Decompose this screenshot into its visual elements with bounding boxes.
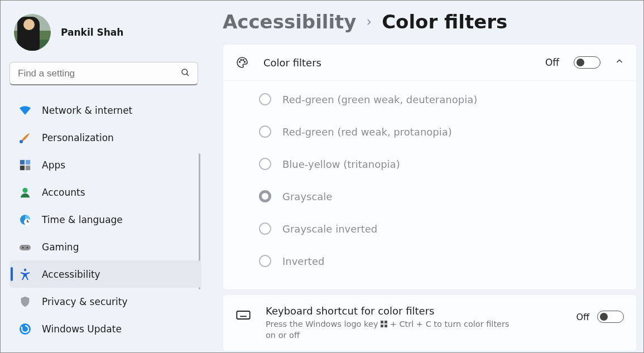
sidebar-item-personalization[interactable]: Personalization: [9, 124, 201, 151]
avatar: [14, 14, 51, 51]
chevron-up-icon[interactable]: [615, 57, 624, 68]
update-icon: [18, 322, 32, 336]
filter-option-label: Grayscale: [282, 191, 332, 202]
sidebar-item-apps[interactable]: Apps: [9, 151, 201, 178]
sidebar-item-gaming[interactable]: Gaming: [9, 233, 201, 260]
sidebar: Pankil Shah Network & internet Personali…: [1, 1, 207, 352]
sidebar-item-windows-update[interactable]: Windows Update: [9, 315, 201, 342]
shield-icon: [18, 295, 32, 308]
svg-rect-5: [20, 165, 25, 170]
filter-option-label: Grayscale inverted: [282, 223, 377, 235]
sidebar-label: Gaming: [42, 241, 79, 253]
svg-point-0: [182, 69, 188, 75]
palette-icon: [236, 56, 249, 69]
filter-option[interactable]: Grayscale: [253, 180, 636, 212]
sidebar-item-accounts[interactable]: Accounts: [9, 178, 201, 206]
shortcut-state: Off: [576, 312, 589, 322]
search-container: [9, 62, 198, 85]
breadcrumb: Accessibility › Color filters: [223, 11, 637, 33]
sidebar-item-accessibility[interactable]: Accessibility: [9, 260, 201, 288]
sidebar-label: Windows Update: [42, 323, 122, 335]
svg-rect-4: [26, 159, 30, 164]
color-filters-state: Off: [545, 57, 559, 68]
accessibility-icon: [18, 268, 32, 281]
color-filters-label: Color filters: [263, 57, 531, 69]
color-filters-toggle[interactable]: [574, 56, 600, 69]
svg-line-1: [186, 74, 189, 76]
filter-option[interactable]: Inverted: [253, 245, 636, 277]
user-name: Pankil Shah: [61, 27, 123, 38]
globe-clock-icon: [18, 213, 32, 226]
filter-option-label: Inverted: [282, 255, 324, 267]
person-icon: [18, 186, 32, 199]
radio-icon[interactable]: [259, 93, 271, 105]
gamepad-icon: [18, 240, 32, 254]
search-icon: [180, 67, 190, 80]
radio-icon[interactable]: [259, 158, 271, 170]
filter-option-label: Red-green (red weak, protanopia): [282, 126, 452, 138]
sidebar-label: Personalization: [42, 132, 114, 143]
chevron-right-icon: ›: [367, 14, 372, 30]
profile[interactable]: Pankil Shah: [9, 13, 201, 60]
radio-icon[interactable]: [259, 125, 271, 138]
svg-point-18: [244, 61, 246, 62]
svg-rect-6: [26, 165, 30, 170]
radio-icon[interactable]: [259, 190, 271, 202]
sidebar-item-privacy[interactable]: Privacy & security: [9, 288, 201, 315]
shortcut-panel: Keyboard shortcut for color filters Pres…: [223, 294, 637, 351]
filter-option[interactable]: Blue-yellow (tritanopia): [253, 148, 636, 180]
filter-option-label: Blue-yellow (tritanopia): [282, 158, 400, 170]
search-input[interactable]: [9, 62, 198, 85]
sidebar-label: Accounts: [42, 187, 85, 198]
sidebar-item-time-language[interactable]: Time & language: [9, 206, 201, 233]
svg-point-7: [22, 187, 27, 192]
svg-rect-19: [237, 311, 249, 319]
sidebar-label: Time & language: [42, 214, 123, 225]
svg-rect-3: [20, 159, 25, 164]
svg-point-15: [239, 61, 241, 62]
sidebar-label: Network & internet: [42, 105, 132, 116]
apps-icon: [18, 158, 32, 172]
breadcrumb-parent[interactable]: Accessibility: [223, 11, 357, 33]
filter-option[interactable]: Red-green (green weak, deuteranopia): [253, 83, 636, 115]
color-filters-panel: Color filters Off Red-green (green weak,…: [223, 44, 637, 290]
nav: Network & internet Personalization Apps …: [9, 96, 201, 342]
svg-point-2: [20, 140, 23, 143]
svg-point-13: [24, 268, 26, 270]
main-content: Accessibility › Color filters Color filt…: [207, 1, 643, 352]
brush-icon: [18, 131, 32, 144]
wifi-icon: [18, 104, 32, 117]
filter-options: Red-green (green weak, deuteranopia)Red-…: [223, 80, 636, 289]
page-title: Color filters: [382, 11, 507, 33]
shortcut-title: Keyboard shortcut for color filters: [266, 305, 561, 317]
shortcut-toggle[interactable]: [597, 311, 624, 323]
sidebar-item-network[interactable]: Network & internet: [9, 96, 201, 124]
color-filters-header[interactable]: Color filters Off: [223, 45, 636, 80]
shortcut-description: Press the Windows logo key + Ctrl + C to…: [266, 319, 511, 341]
svg-point-11: [22, 246, 24, 248]
windows-logo-icon: [381, 321, 387, 327]
sidebar-label: Accessibility: [42, 269, 100, 280]
filter-option[interactable]: Grayscale inverted: [253, 212, 636, 245]
svg-point-12: [27, 246, 28, 248]
svg-rect-10: [20, 245, 31, 250]
radio-icon[interactable]: [259, 223, 271, 235]
sidebar-label: Apps: [42, 159, 65, 171]
filter-option[interactable]: Red-green (red weak, protanopia): [253, 115, 636, 148]
svg-point-16: [241, 60, 242, 61]
svg-point-17: [243, 60, 244, 61]
sidebar-label: Privacy & security: [42, 296, 128, 307]
radio-icon[interactable]: [259, 255, 271, 267]
keyboard-icon: [236, 305, 251, 325]
filter-option-label: Red-green (green weak, deuteranopia): [282, 94, 477, 105]
